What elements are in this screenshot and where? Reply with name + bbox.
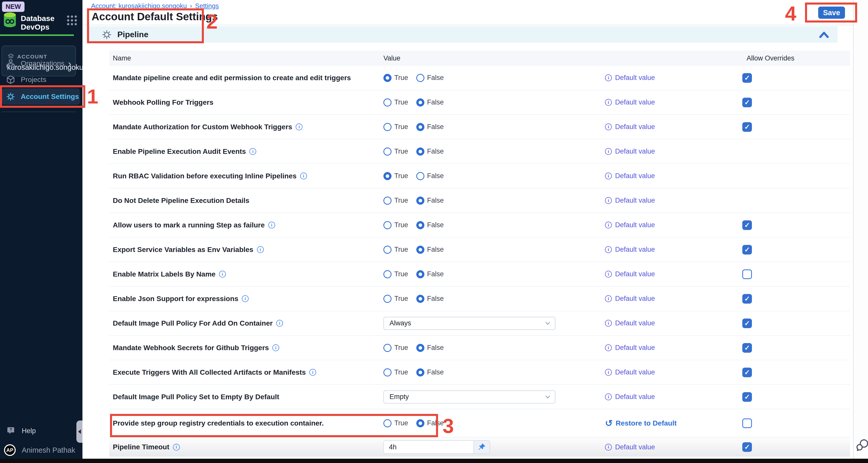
override-checkbox[interactable]: ✓ — [742, 122, 752, 132]
restore-to-default-link[interactable]: ↺Restore to Default — [605, 419, 677, 427]
radio-false-option[interactable]: False — [416, 196, 444, 205]
app-grid-icon[interactable] — [66, 14, 77, 25]
radio-true-icon — [383, 295, 392, 303]
radio-false-icon — [416, 172, 424, 180]
radio-true-option[interactable]: True — [383, 221, 408, 229]
override-checkbox[interactable]: ✓ — [742, 245, 752, 254]
radio-true-option[interactable]: True — [383, 368, 408, 376]
value-select[interactable]: Always — [383, 317, 555, 330]
breadcrumb-separator-icon: › — [190, 2, 192, 10]
radio-label: False — [427, 368, 444, 376]
default-value-label: Default value — [615, 270, 655, 278]
override-checkbox[interactable]: ✓ — [742, 318, 752, 328]
default-value-link[interactable]: iDefault value — [605, 393, 655, 401]
radio-false-option[interactable]: False — [416, 221, 444, 229]
sidebar-divider — [2, 112, 76, 112]
default-value-link[interactable]: iDefault value — [605, 319, 655, 327]
help-button[interactable]: ? Help — [7, 426, 36, 436]
default-value-link[interactable]: iDefault value — [605, 74, 655, 82]
radio-false-option[interactable]: False — [416, 368, 444, 376]
value-select[interactable]: Empty — [383, 391, 555, 404]
radio-false-option[interactable]: False — [416, 419, 444, 427]
timeout-input[interactable]: 4h — [384, 441, 474, 453]
setting-name-cell: Webhook Polling For Triggers — [113, 90, 213, 114]
default-value-link[interactable]: iDefault value — [605, 196, 655, 205]
default-value-link[interactable]: iDefault value — [605, 443, 655, 451]
setting-action-cell: iDefault value — [605, 188, 655, 213]
radio-label: True — [394, 295, 408, 303]
override-checkbox[interactable] — [742, 419, 752, 428]
allow-overrides-cell: ✓ — [742, 66, 752, 90]
radio-true-option[interactable]: True — [383, 74, 408, 82]
radio-true-option[interactable]: True — [383, 123, 408, 131]
setting-action-cell: iDefault value — [605, 213, 655, 237]
setting-name: Pipeline Timeout — [113, 443, 169, 451]
chevron-down-icon — [545, 394, 550, 398]
radio-label: True — [394, 148, 408, 155]
radio-false-option[interactable]: False — [416, 270, 444, 278]
radio-true-option[interactable]: True — [383, 246, 408, 254]
radio-true-option[interactable]: True — [383, 419, 408, 427]
chevron-up-icon[interactable] — [818, 30, 830, 39]
default-value-link[interactable]: iDefault value — [605, 148, 655, 155]
radio-false-option[interactable]: False — [416, 295, 444, 303]
setting-name: Mandate Webhook Secrets for Github Trigg… — [113, 344, 269, 352]
feedback-chat-icon[interactable] — [855, 438, 868, 452]
radio-false-option[interactable]: False — [416, 246, 444, 254]
radio-true-option[interactable]: True — [383, 196, 408, 205]
save-button[interactable]: Save — [818, 7, 845, 19]
user-menu[interactable]: AP Animesh Pathak — [4, 444, 75, 456]
override-checkbox[interactable]: ✓ — [742, 392, 752, 402]
override-checkbox[interactable]: ✓ — [742, 442, 752, 452]
radio-true-icon — [383, 344, 392, 352]
breadcrumb-settings-link[interactable]: Settings — [195, 2, 219, 10]
svg-text:?: ? — [10, 428, 12, 432]
default-value-link[interactable]: iDefault value — [605, 221, 655, 229]
setting-action-cell: iDefault value — [605, 115, 655, 139]
default-value-label: Default value — [615, 295, 655, 303]
radio-false-option[interactable]: False — [416, 172, 444, 180]
radio-false-option[interactable]: False — [416, 123, 444, 131]
pipeline-section-header[interactable]: Pipeline — [88, 26, 838, 43]
default-value-link[interactable]: iDefault value — [605, 172, 655, 180]
radio-false-option[interactable]: False — [416, 98, 444, 106]
override-checkbox[interactable] — [742, 270, 752, 279]
radio-label: True — [394, 344, 408, 352]
pin-button[interactable] — [474, 441, 490, 453]
default-value-link[interactable]: iDefault value — [605, 368, 655, 376]
sidebar-collapse-handle[interactable] — [76, 421, 83, 443]
radio-true-option[interactable]: True — [383, 295, 408, 303]
override-checkbox[interactable]: ✓ — [742, 343, 752, 353]
override-checkbox[interactable]: ✓ — [742, 294, 752, 304]
default-value-label: Default value — [615, 443, 655, 451]
breadcrumb-account-link[interactable]: Account: kurosakiichigo.songoku — [91, 2, 187, 10]
radio-true-option[interactable]: True — [383, 344, 408, 352]
override-checkbox[interactable]: ✓ — [742, 220, 752, 230]
default-value-link[interactable]: iDefault value — [605, 344, 655, 352]
setting-value-cell: TrueFalse — [383, 360, 452, 384]
radio-true-option[interactable]: True — [383, 148, 408, 156]
default-value-link[interactable]: iDefault value — [605, 295, 655, 303]
radio-true-option[interactable]: True — [383, 98, 408, 106]
radio-true-option[interactable]: True — [383, 172, 408, 180]
override-checkbox[interactable]: ✓ — [742, 368, 752, 377]
setting-name: Enable Matrix Labels By Name — [113, 270, 215, 278]
sidebar-item-projects[interactable]: Projects — [0, 71, 83, 88]
radio-true-option[interactable]: True — [383, 270, 408, 278]
default-value-link[interactable]: iDefault value — [605, 123, 655, 131]
radio-label: False — [427, 172, 444, 180]
sidebar-item-organizations[interactable]: Organizations — [0, 55, 83, 71]
setting-action-cell: iDefault value — [605, 238, 655, 261]
radio-false-option[interactable]: False — [416, 74, 444, 82]
override-checkbox[interactable]: ✓ — [742, 73, 752, 83]
info-icon: i — [605, 271, 612, 278]
settings-rows: Mandate pipeline create and edit permiss… — [109, 66, 850, 457]
default-value-link[interactable]: iDefault value — [605, 270, 655, 278]
default-value-link[interactable]: iDefault value — [605, 246, 655, 253]
sidebar-item-account-settings[interactable]: Account Settings — [2, 88, 80, 105]
radio-false-option[interactable]: False — [416, 344, 444, 352]
radio-false-option[interactable]: False — [416, 148, 444, 156]
override-checkbox[interactable]: ✓ — [742, 98, 752, 107]
projects-icon — [6, 75, 15, 84]
default-value-link[interactable]: iDefault value — [605, 98, 655, 106]
